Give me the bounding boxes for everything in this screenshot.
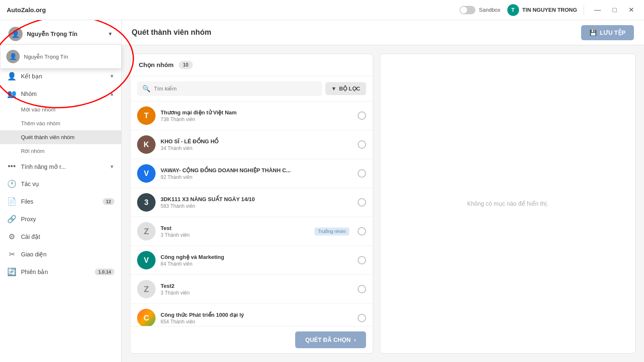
- group-name: KHO SĨ - LÊ ĐỒNG HỒ: [161, 138, 353, 145]
- sub-nav-moi-vao-nhom[interactable]: Mời vào nhóm: [0, 103, 121, 116]
- page-title: Quét thành viên nhóm: [132, 28, 211, 37]
- group-info: 3DK111 X3 NĂNG SUẤT NGÀY 14/10 583 Thành…: [161, 196, 353, 209]
- group-radio[interactable]: [358, 111, 366, 120]
- dropdown-account-name: Nguyễn Trọng Tín: [24, 54, 68, 60]
- app-title: AutoZalo.org: [7, 6, 46, 13]
- filter-label: BỘ LỌC: [339, 85, 360, 92]
- group-members: 3 Thành viên: [161, 290, 353, 296]
- close-button[interactable]: ✕: [625, 4, 637, 16]
- content-header: Quét thành viên nhóm 💾 LƯU TỆP: [122, 20, 644, 45]
- group-info: Thương mại điện tử Việt Nam 738 Thành vi…: [161, 109, 353, 122]
- group-item[interactable]: Z Test 3 Thành viên Trưởng nhóm: [130, 217, 373, 246]
- sidebar-item-files[interactable]: 📄 Files 12: [0, 193, 121, 210]
- titlebar: AutoZalo.org Sandbox T TIN NGUYEN TRONG …: [0, 0, 644, 20]
- group-name: Công thức Phát triển 1000 đại lý: [161, 312, 353, 318]
- group-avatar: 3: [137, 193, 156, 212]
- nav-label-tac-vu: Tác vụ: [21, 181, 114, 187]
- sub-nav-roi-nhom[interactable]: Rời nhóm: [0, 144, 121, 158]
- group-members: 738 Thành viên: [161, 116, 353, 122]
- sidebar-nav: 💬 Nhắn tin 👤 Kết bạn ▼ 👥 Nhóm ▲ Mời vào …: [0, 48, 121, 362]
- sub-nav-them-vao-nhom[interactable]: Thêm vào nhóm: [0, 116, 121, 130]
- file-icon: 📄: [7, 197, 17, 206]
- group-list: T Thương mại điện tử Việt Nam 738 Thành …: [130, 101, 373, 326]
- sandbox-switch[interactable]: [460, 6, 475, 14]
- save-button[interactable]: 💾 LƯU TỆP: [581, 25, 634, 40]
- group-radio[interactable]: [358, 140, 366, 149]
- group-radio[interactable]: [358, 285, 366, 293]
- group-role-badge: Trưởng nhóm: [314, 228, 349, 235]
- action-bar: QUÉT ĐÃ CHỌN ›: [130, 326, 373, 353]
- user-info: T TIN NGUYEN TRONG: [507, 4, 577, 16]
- group-members: 92 Thành viên: [161, 174, 353, 180]
- nav-label-tinh-nang: Tính năng mở r...: [21, 163, 105, 170]
- sandbox-label: Sandbox: [479, 7, 500, 13]
- sidebar-item-cai-dat[interactable]: ⚙ Cài đặt: [0, 228, 121, 246]
- group-avatar: V: [137, 251, 156, 269]
- proxy-icon: 🔗: [7, 215, 17, 224]
- group-members: 654 Thành viên: [161, 319, 353, 325]
- minimize-button[interactable]: —: [591, 4, 604, 16]
- sidebar-item-phien-ban[interactable]: 🔄 Phiên bản 1.0.14: [0, 263, 121, 281]
- group-name: Test2: [161, 283, 353, 289]
- account-dropdown: 👤 Nguyễn Trọng Tín: [0, 44, 122, 69]
- sidebar-item-ket-ban[interactable]: 👤 Kết bạn ▼: [0, 67, 121, 85]
- group-item[interactable]: K KHO SĨ - LÊ ĐỒNG HỒ 34 Thành viên: [130, 130, 373, 159]
- main-layout: 👤 Nguyễn Trọng Tín ▼ 👤 Nguyễn Trọng Tín …: [0, 20, 644, 362]
- search-bar: 🔍 ▼ BỘ LỌC: [130, 76, 373, 101]
- group-item[interactable]: C Công thức Phát triển 1000 đại lý 654 T…: [130, 304, 373, 326]
- group-info: Công nghệ và Marketing 84 Thành viên: [161, 254, 353, 267]
- account-selector[interactable]: 👤 Nguyễn Trọng Tín ▼: [5, 24, 116, 44]
- nav-label-files: Files: [21, 198, 99, 205]
- group-avatar: V: [137, 164, 156, 183]
- nav-label-phien-ban: Phiên bản: [21, 269, 91, 275]
- group-members: 84 Thành viên: [161, 261, 353, 267]
- content-body: Chọn nhóm 10 🔍 ▼ BỘ LỌC: [122, 45, 644, 362]
- group-radio[interactable]: [358, 314, 366, 322]
- nav-label-nhom: Nhóm: [21, 90, 105, 97]
- sidebar-item-tac-vu[interactable]: 🕐 Tác vụ: [0, 175, 121, 193]
- scan-button[interactable]: QUÉT ĐÃ CHỌN ›: [295, 331, 366, 348]
- group-item[interactable]: V Công nghệ và Marketing 84 Thành viên: [130, 246, 373, 275]
- maximize-button[interactable]: □: [609, 4, 620, 16]
- group-members: 34 Thành viên: [161, 145, 353, 151]
- group-item[interactable]: Z Test2 3 Thành viên: [130, 275, 373, 304]
- sidebar-item-nhom[interactable]: 👥 Nhóm ▲: [0, 85, 121, 103]
- titlebar-left: AutoZalo.org: [7, 6, 46, 13]
- group-radio[interactable]: [358, 256, 366, 264]
- group-count-badge: 10: [179, 61, 192, 69]
- sidebar-item-proxy[interactable]: 🔗 Proxy: [0, 210, 121, 228]
- sidebar-item-tinh-nang[interactable]: ••• Tính năng mở r... ▼: [0, 158, 121, 175]
- group-item[interactable]: 3 3DK111 X3 NĂNG SUẤT NGÀY 14/10 583 Thà…: [130, 188, 373, 217]
- search-icon: 🔍: [142, 85, 151, 93]
- no-items-text: Không có mục nào để hiển thị.: [467, 200, 548, 207]
- save-label: LƯU TỆP: [600, 29, 626, 36]
- group-icon: 👥: [7, 89, 17, 98]
- group-info: Công thức Phát triển 1000 đại lý 654 Thà…: [161, 312, 353, 325]
- group-radio[interactable]: [358, 169, 366, 178]
- filter-button[interactable]: ▼ BỘ LỌC: [325, 82, 366, 95]
- group-item[interactable]: V VAWAY- CỘNG ĐỒNG DOANH NGHIỆP THÀNH C.…: [130, 159, 373, 188]
- gear-icon: ⚙: [7, 232, 17, 241]
- group-name: Test: [161, 225, 309, 231]
- group-info: Test2 3 Thành viên: [161, 283, 353, 296]
- sidebar-item-giao-dien[interactable]: ✂ Giao diện: [0, 246, 121, 263]
- sandbox-toggle: Sandbox: [460, 6, 500, 14]
- group-avatar-placeholder: Z: [137, 222, 156, 240]
- group-info: VAWAY- CỘNG ĐỒNG DOANH NGHIỆP THÀNH C...…: [161, 167, 353, 180]
- group-item[interactable]: T Thương mại điện tử Việt Nam 738 Thành …: [130, 101, 373, 130]
- theme-icon: ✂: [7, 250, 17, 259]
- search-input[interactable]: [154, 85, 317, 92]
- group-name: 3DK111 X3 NĂNG SUẤT NGÀY 14/10: [161, 196, 353, 202]
- scan-label: QUÉT ĐÃ CHỌN: [305, 336, 351, 343]
- dropdown-account-item[interactable]: 👤 Nguyễn Trọng Tín: [0, 45, 121, 68]
- group-avatar: C: [137, 309, 156, 326]
- group-members: 3 Thành viên: [161, 232, 309, 238]
- chevron-right-icon: ▼: [109, 73, 114, 79]
- group-info: KHO SĨ - LÊ ĐỒNG HỒ 34 Thành viên: [161, 138, 353, 151]
- friend-icon: 👤: [7, 72, 17, 81]
- group-radio[interactable]: [358, 198, 366, 207]
- files-badge: 12: [103, 198, 114, 205]
- user-avatar: T: [507, 4, 519, 16]
- group-radio[interactable]: [358, 227, 366, 235]
- sub-nav-quet-thanh-vien[interactable]: Quét thành viên nhóm: [0, 130, 121, 144]
